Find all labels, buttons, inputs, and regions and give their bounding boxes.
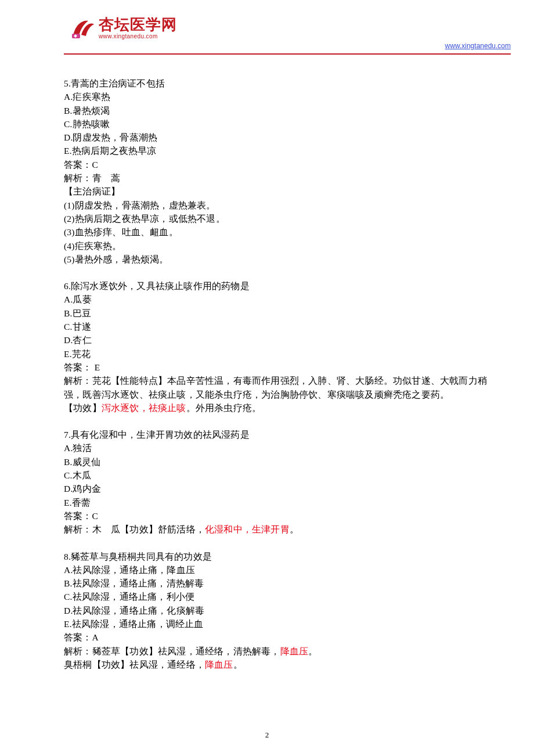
q6-option-b: B.巴豆 — [64, 307, 488, 320]
q6-analysis-1: 解析：芫花【性能特点】本品辛苦性温，有毒而作用强烈，入肺、肾、大肠经。功似甘遂、… — [64, 374, 488, 401]
site-logo: 杏坛医学网 www.xingtanedu.com — [71, 16, 177, 39]
q8-jx1c: 。 — [308, 646, 317, 656]
logo-text: 杏坛医学网 www.xingtanedu.com — [99, 17, 177, 39]
q6-jx2c: 。外用杀虫疗疮。 — [186, 403, 262, 413]
q5-analysis-2: 【主治病证】 — [64, 185, 488, 198]
q5-option-c: C.肺热咳嗽 — [64, 117, 488, 131]
q7-analysis: 解析：木 瓜【功效】舒筋活络，化湿和中，生津开胃。 — [64, 523, 488, 536]
q8-option-a: A.祛风除湿，通络止痛，降血压 — [64, 563, 488, 577]
q5-analysis-1: 解析：青 蒿 — [64, 171, 488, 185]
q6-jx2a: 【功效】 — [64, 403, 102, 413]
logo-mark-icon — [71, 16, 96, 39]
q6-option-d: D.杏仁 — [64, 333, 488, 347]
q6-jx2b: 泻水逐饮，祛痰止咳 — [102, 403, 186, 413]
q7-stem: 7.具有化湿和中，生津开胃功效的祛风湿药是 — [64, 428, 488, 441]
q8-jx2a: 臭梧桐【功效】祛风湿，通经络， — [64, 660, 205, 669]
question-6: 6.除泻水逐饮外，又具祛痰止咳作用的药物是 A.瓜蒌 B.巴豆 C.甘遂 D.杏… — [64, 279, 488, 415]
q8-analysis-2: 臭梧桐【功效】祛风湿，通经络，降血压。 — [64, 658, 488, 671]
q5-analysis-5: (3)血热疹痒、吐血、衄血。 — [64, 225, 488, 239]
header-divider — [64, 53, 511, 55]
q8-option-c: C.祛风除湿，通络止痛，利小便 — [64, 590, 488, 603]
q5-option-e: E.热病后期之夜热早凉 — [64, 144, 488, 157]
q8-jx1a: 解析：豨莶草【功效】祛风湿，通经络，清热解毒， — [64, 646, 280, 656]
q6-analysis-2: 【功效】泻水逐饮，祛痰止咳。外用杀虫疗疮。 — [64, 401, 488, 415]
question-5: 5.青蒿的主治病证不包括 A.疟疾寒热 B.暑热烦渴 C.肺热咳嗽 D.阴虚发热… — [64, 77, 488, 266]
q7-option-a: A.独活 — [64, 441, 488, 455]
q8-stem: 8.豨莶草与臭梧桐共同具有的功效是 — [64, 550, 488, 563]
q5-answer: 答案：C — [64, 158, 488, 171]
q8-jx2c: 。 — [233, 660, 243, 669]
q7-answer: 答案：C — [64, 509, 488, 523]
q8-option-d: D.祛风除湿，通络止痛，化痰解毒 — [64, 604, 488, 617]
q7-jxa: 解析：木 瓜【功效】舒筋活络， — [64, 524, 205, 534]
logo-url: www.xingtanedu.com — [99, 34, 177, 39]
q5-analysis-4: (2)热病后期之夜热早凉，或低热不退。 — [64, 212, 488, 225]
q7-option-e: E.香薷 — [64, 496, 488, 509]
logo-chinese: 杏坛医学网 — [99, 17, 177, 33]
q8-jx2b: 降血压 — [205, 660, 233, 669]
q7-jxc: 。 — [290, 524, 299, 534]
q7-option-b: B.威灵仙 — [64, 455, 488, 469]
q7-option-d: D.鸡内金 — [64, 482, 488, 495]
q6-stem: 6.除泻水逐饮外，又具祛痰止咳作用的药物是 — [64, 279, 488, 293]
document-body: 5.青蒿的主治病证不包括 A.疟疾寒热 B.暑热烦渴 C.肺热咳嗽 D.阴虚发热… — [64, 77, 488, 671]
q6-option-e: E.芫花 — [64, 347, 488, 361]
q6-answer: 答案： E — [64, 361, 488, 374]
q8-jx1b: 降血压 — [280, 646, 309, 656]
q5-stem: 5.青蒿的主治病证不包括 — [64, 77, 488, 90]
q5-option-b: B.暑热烦渴 — [64, 104, 488, 117]
q6-option-c: C.甘遂 — [64, 320, 488, 333]
q5-option-d: D.阴虚发热，骨蒸潮热 — [64, 131, 488, 144]
question-7: 7.具有化湿和中，生津开胃功效的祛风湿药是 A.独活 B.威灵仙 C.木瓜 D.… — [64, 428, 488, 536]
q7-jxb: 化湿和中，生津开胃 — [205, 524, 290, 534]
header-link[interactable]: www.xingtanedu.com — [445, 42, 511, 50]
q8-analysis-1: 解析：豨莶草【功效】祛风湿，通经络，清热解毒，降血压。 — [64, 645, 488, 658]
q8-option-e: E.祛风除湿，通络止痛，调经止血 — [64, 617, 488, 631]
q5-analysis-7: (5)暑热外感，暑热烦渴。 — [64, 253, 488, 266]
page-number: 2 — [0, 730, 534, 740]
q5-analysis-6: (4)疟疾寒热。 — [64, 239, 488, 253]
q6-option-a: A.瓜蒌 — [64, 293, 488, 306]
q5-option-a: A.疟疾寒热 — [64, 90, 488, 103]
q8-option-b: B.祛风除湿，通络止痛，清热解毒 — [64, 577, 488, 590]
q7-option-c: C.木瓜 — [64, 469, 488, 482]
q8-answer: 答案：A — [64, 631, 488, 644]
page-header: 杏坛医学网 www.xingtanedu.com www.xingtanedu.… — [64, 17, 488, 50]
question-8: 8.豨莶草与臭梧桐共同具有的功效是 A.祛风除湿，通络止痛，降血压 B.祛风除湿… — [64, 550, 488, 672]
page: 杏坛医学网 www.xingtanedu.com www.xingtanedu.… — [0, 0, 534, 756]
q5-analysis-3: (1)阴虚发热，骨蒸潮热，虚热兼表。 — [64, 199, 488, 212]
